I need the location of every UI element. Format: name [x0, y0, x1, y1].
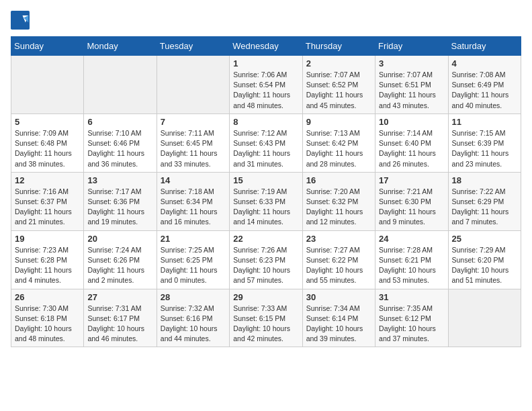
day-info: Sunrise: 7:23 AMSunset: 6:28 PMDaylight:…	[15, 245, 80, 286]
day-cell: 2Sunrise: 7:07 AMSunset: 6:52 PMDaylight…	[302, 56, 375, 114]
day-info: Sunrise: 7:16 AMSunset: 6:37 PMDaylight:…	[15, 187, 80, 228]
weekday-header-thursday: Thursday	[302, 37, 375, 56]
day-number: 1	[233, 58, 298, 68]
day-cell	[157, 56, 229, 114]
day-cell: 5Sunrise: 7:09 AMSunset: 6:48 PMDaylight…	[11, 113, 84, 172]
day-number: 20	[87, 234, 152, 244]
calendar-table: SundayMondayTuesdayWednesdayThursdayFrid…	[11, 36, 521, 347]
page-header	[11, 11, 521, 30]
day-number: 22	[233, 234, 298, 244]
day-cell: 20Sunrise: 7:24 AMSunset: 6:26 PMDayligh…	[84, 230, 157, 289]
day-number: 8	[233, 117, 298, 127]
logo	[11, 11, 32, 30]
day-cell: 17Sunrise: 7:21 AMSunset: 6:30 PMDayligh…	[375, 172, 448, 230]
weekday-header-wednesday: Wednesday	[230, 37, 302, 56]
day-number: 21	[161, 234, 226, 244]
logo-icon	[11, 11, 30, 30]
day-cell: 11Sunrise: 7:15 AMSunset: 6:39 PMDayligh…	[448, 113, 521, 172]
day-number: 15	[233, 175, 298, 185]
weekday-header-friday: Friday	[375, 37, 448, 56]
day-cell: 27Sunrise: 7:31 AMSunset: 6:17 PMDayligh…	[84, 289, 157, 347]
day-cell: 10Sunrise: 7:14 AMSunset: 6:40 PMDayligh…	[375, 113, 448, 172]
day-info: Sunrise: 7:33 AMSunset: 6:15 PMDaylight:…	[233, 304, 298, 345]
day-cell: 28Sunrise: 7:32 AMSunset: 6:16 PMDayligh…	[157, 289, 229, 347]
day-cell: 29Sunrise: 7:33 AMSunset: 6:15 PMDayligh…	[230, 289, 302, 347]
day-info: Sunrise: 7:11 AMSunset: 6:45 PMDaylight:…	[161, 128, 226, 169]
day-info: Sunrise: 7:07 AMSunset: 6:51 PMDaylight:…	[379, 70, 444, 111]
day-number: 29	[233, 292, 298, 302]
day-number: 24	[379, 234, 444, 244]
day-cell: 8Sunrise: 7:12 AMSunset: 6:43 PMDaylight…	[230, 113, 302, 172]
weekday-header-tuesday: Tuesday	[157, 37, 229, 56]
week-row-2: 5Sunrise: 7:09 AMSunset: 6:48 PMDaylight…	[11, 113, 521, 172]
day-cell: 18Sunrise: 7:22 AMSunset: 6:29 PMDayligh…	[448, 172, 521, 230]
day-info: Sunrise: 7:10 AMSunset: 6:46 PMDaylight:…	[87, 128, 152, 169]
weekday-header-saturday: Saturday	[448, 37, 521, 56]
day-number: 28	[161, 292, 226, 302]
day-cell: 31Sunrise: 7:35 AMSunset: 6:12 PMDayligh…	[375, 289, 448, 347]
day-cell: 13Sunrise: 7:17 AMSunset: 6:36 PMDayligh…	[84, 172, 157, 230]
day-cell	[84, 56, 157, 114]
day-cell: 7Sunrise: 7:11 AMSunset: 6:45 PMDaylight…	[157, 113, 229, 172]
day-info: Sunrise: 7:18 AMSunset: 6:34 PMDaylight:…	[161, 187, 226, 228]
day-info: Sunrise: 7:19 AMSunset: 6:33 PMDaylight:…	[233, 187, 298, 228]
day-info: Sunrise: 7:14 AMSunset: 6:40 PMDaylight:…	[379, 128, 444, 169]
day-number: 19	[15, 234, 80, 244]
day-info: Sunrise: 7:24 AMSunset: 6:26 PMDaylight:…	[87, 245, 152, 286]
day-info: Sunrise: 7:31 AMSunset: 6:17 PMDaylight:…	[87, 304, 152, 345]
day-info: Sunrise: 7:30 AMSunset: 6:18 PMDaylight:…	[15, 304, 80, 345]
day-number: 13	[87, 175, 152, 185]
day-cell: 9Sunrise: 7:13 AMSunset: 6:42 PMDaylight…	[302, 113, 375, 172]
day-number: 14	[161, 175, 226, 185]
day-info: Sunrise: 7:29 AMSunset: 6:20 PMDaylight:…	[452, 245, 517, 286]
day-info: Sunrise: 7:34 AMSunset: 6:14 PMDaylight:…	[306, 304, 371, 345]
day-number: 23	[306, 234, 371, 244]
week-row-5: 26Sunrise: 7:30 AMSunset: 6:18 PMDayligh…	[11, 289, 521, 347]
day-info: Sunrise: 7:21 AMSunset: 6:30 PMDaylight:…	[379, 187, 444, 228]
day-cell: 26Sunrise: 7:30 AMSunset: 6:18 PMDayligh…	[11, 289, 84, 347]
day-number: 12	[15, 175, 80, 185]
day-info: Sunrise: 7:32 AMSunset: 6:16 PMDaylight:…	[161, 304, 226, 345]
day-cell: 1Sunrise: 7:06 AMSunset: 6:54 PMDaylight…	[230, 56, 302, 114]
day-cell: 25Sunrise: 7:29 AMSunset: 6:20 PMDayligh…	[448, 230, 521, 289]
header-row: SundayMondayTuesdayWednesdayThursdayFrid…	[11, 37, 521, 56]
day-cell: 4Sunrise: 7:08 AMSunset: 6:49 PMDaylight…	[448, 56, 521, 114]
day-info: Sunrise: 7:17 AMSunset: 6:36 PMDaylight:…	[87, 187, 152, 228]
day-info: Sunrise: 7:12 AMSunset: 6:43 PMDaylight:…	[233, 128, 298, 169]
day-number: 9	[306, 117, 371, 127]
day-info: Sunrise: 7:28 AMSunset: 6:21 PMDaylight:…	[379, 245, 444, 286]
day-cell: 30Sunrise: 7:34 AMSunset: 6:14 PMDayligh…	[302, 289, 375, 347]
week-row-4: 19Sunrise: 7:23 AMSunset: 6:28 PMDayligh…	[11, 230, 521, 289]
day-number: 2	[306, 58, 371, 68]
day-cell: 6Sunrise: 7:10 AMSunset: 6:46 PMDaylight…	[84, 113, 157, 172]
day-info: Sunrise: 7:35 AMSunset: 6:12 PMDaylight:…	[379, 304, 444, 345]
day-info: Sunrise: 7:15 AMSunset: 6:39 PMDaylight:…	[452, 128, 517, 169]
day-number: 26	[15, 292, 80, 302]
day-cell	[448, 289, 521, 347]
day-info: Sunrise: 7:09 AMSunset: 6:48 PMDaylight:…	[15, 128, 80, 169]
day-info: Sunrise: 7:25 AMSunset: 6:25 PMDaylight:…	[161, 245, 226, 286]
day-info: Sunrise: 7:27 AMSunset: 6:22 PMDaylight:…	[306, 245, 371, 286]
day-cell: 22Sunrise: 7:26 AMSunset: 6:23 PMDayligh…	[230, 230, 302, 289]
day-cell: 16Sunrise: 7:20 AMSunset: 6:32 PMDayligh…	[302, 172, 375, 230]
day-info: Sunrise: 7:08 AMSunset: 6:49 PMDaylight:…	[452, 70, 517, 111]
day-number: 17	[379, 175, 444, 185]
day-number: 30	[306, 292, 371, 302]
day-cell: 19Sunrise: 7:23 AMSunset: 6:28 PMDayligh…	[11, 230, 84, 289]
day-cell: 23Sunrise: 7:27 AMSunset: 6:22 PMDayligh…	[302, 230, 375, 289]
day-cell: 21Sunrise: 7:25 AMSunset: 6:25 PMDayligh…	[157, 230, 229, 289]
day-number: 18	[452, 175, 517, 185]
day-cell: 3Sunrise: 7:07 AMSunset: 6:51 PMDaylight…	[375, 56, 448, 114]
day-info: Sunrise: 7:26 AMSunset: 6:23 PMDaylight:…	[233, 245, 298, 286]
day-number: 5	[15, 117, 80, 127]
day-number: 11	[452, 117, 517, 127]
weekday-header-sunday: Sunday	[11, 37, 84, 56]
weekday-header-monday: Monday	[84, 37, 157, 56]
day-number: 4	[452, 58, 517, 68]
day-number: 10	[379, 117, 444, 127]
day-cell: 15Sunrise: 7:19 AMSunset: 6:33 PMDayligh…	[230, 172, 302, 230]
day-info: Sunrise: 7:06 AMSunset: 6:54 PMDaylight:…	[233, 70, 298, 111]
day-number: 6	[87, 117, 152, 127]
day-number: 7	[161, 117, 226, 127]
day-number: 3	[379, 58, 444, 68]
